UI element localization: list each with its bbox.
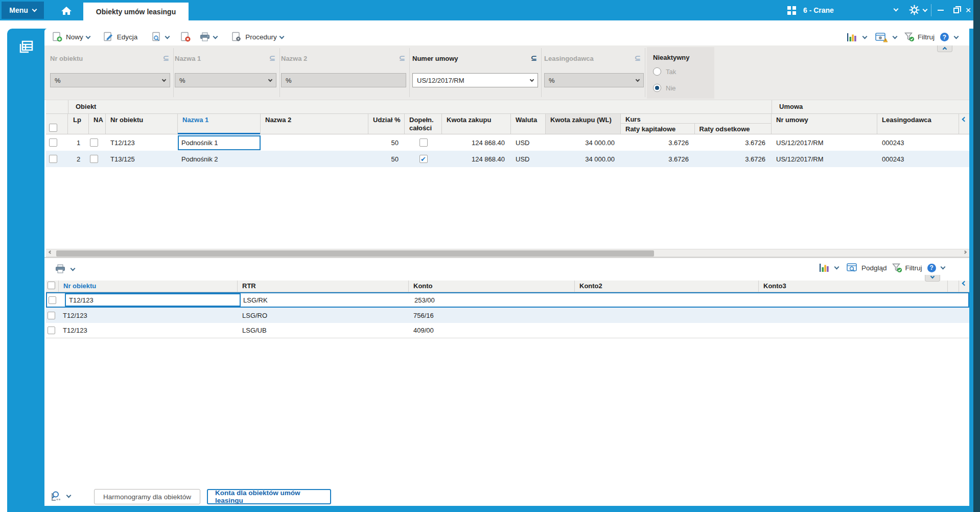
column-header-konto3[interactable]: Konto3 [759,281,948,292]
filter-nr-obiektu-input[interactable]: % [50,73,170,87]
help-icon[interactable]: ? [940,33,949,41]
select-all-checkbox[interactable] [49,124,57,132]
chart-icon[interactable] [847,33,857,42]
collapse-filter-button[interactable] [937,45,952,52]
row-checkbox[interactable] [49,155,57,163]
table-row-selected[interactable]: T12/123 LSG/RK 253/00 [46,292,969,308]
cell-udzial[interactable]: 50 [368,139,405,147]
cell-raty-kap[interactable]: 3.6726 [621,155,695,163]
chevron-down-icon[interactable] [834,265,839,270]
chevron-down-icon[interactable] [862,34,868,39]
sidebar-list-icon[interactable] [16,38,35,58]
cell-nr-umowy[interactable]: US/12/2017/RM [772,155,877,163]
na-checkbox[interactable] [90,155,98,163]
expand-panel-button[interactable] [925,275,940,282]
scrollbar-thumb[interactable] [56,250,654,257]
table-row[interactable]: T12/123 LSG/UB 409/00 [46,323,969,338]
table-row[interactable]: T12/123 LSG/RO 756/16 [46,308,969,323]
search-document-button[interactable] [148,30,173,44]
column-header-waluta[interactable]: Waluta [511,114,546,134]
column-header-leasingodawca[interactable]: Leasingodawca [877,114,959,134]
select-all-checkbox[interactable] [48,282,55,289]
filter-button[interactable]: Filtruj [892,263,922,273]
minimize-button[interactable] [934,0,947,20]
company-chevron-icon[interactable] [894,7,899,12]
app-grid-icon[interactable] [787,6,796,15]
cell-waluta[interactable]: USD [511,155,546,163]
tab-konta-active[interactable]: Konta dla obiektów umów leasingu [207,489,331,504]
chevron-down-icon[interactable] [85,34,90,39]
subset-operator-icon[interactable]: ⊆ [530,54,537,63]
scroll-right-button[interactable] [961,249,969,257]
scroll-left-button[interactable] [46,249,55,257]
print-button[interactable] [196,31,221,43]
cell-nr-umowy[interactable]: US/12/2017/RM [772,139,877,147]
chart-icon[interactable] [819,263,830,272]
chevron-down-icon[interactable] [165,34,170,39]
column-header-raty-odsetkowe[interactable]: Raty odsetkowe [695,124,771,134]
radio-nie[interactable]: Nie [653,84,676,92]
chevron-down-icon[interactable] [940,265,945,270]
column-header-kwota-zakupu[interactable]: Kwota zakupu [442,114,511,134]
collapse-columns-button[interactable] [959,281,969,292]
cell-nr-obiektu[interactable]: T12/123 [59,312,238,319]
cell-kwota-zakupu[interactable]: 124 868.40 [442,139,511,147]
chevron-down-icon[interactable] [213,34,218,39]
cell-rtr[interactable]: LSG/RO [238,312,409,319]
column-header-nazwa1[interactable]: Nazwa 1 [178,114,261,134]
cell-raty-ods[interactable]: 3.6726 [695,155,772,163]
chevron-down-icon[interactable] [279,34,284,39]
cell-waluta[interactable]: USD [511,139,546,147]
column-header-konto[interactable]: Konto [409,281,575,292]
cell-rtr[interactable]: LSG/UB [238,327,409,334]
subset-operator-icon[interactable]: ⊆ [269,54,275,63]
table-row[interactable]: 2 T13/125 Podnośnik 2 50 ✔ 124 868.40 US… [46,151,969,167]
cell-nazwa1[interactable]: Podnośnik 2 [178,155,261,163]
dopeln-checkbox[interactable] [419,138,428,147]
column-header-kurs[interactable]: Kurs [621,114,771,124]
pane-splitter[interactable] [44,257,969,258]
cell-nr-obiektu[interactable]: T12/123 [106,139,178,147]
subset-operator-icon[interactable]: ⊆ [399,54,405,63]
row-checkbox[interactable] [49,138,57,147]
column-header-rtr[interactable]: RTR [238,281,409,292]
horizontal-scrollbar[interactable] [46,249,969,257]
column-header-lp[interactable]: Lp [68,114,89,134]
cell-kwota-wl[interactable]: 34 000.00 [546,155,621,163]
settings-button[interactable] [909,5,927,15]
edit-button[interactable]: Edycja [100,30,142,44]
home-button[interactable] [56,3,77,18]
row-checkbox[interactable] [48,312,55,319]
locator-magnifier-icon[interactable] [50,490,62,502]
column-header-udzial[interactable]: Udział % [368,114,405,134]
preview-button[interactable]: Podgląd [847,263,887,273]
cell-nr-obiektu[interactable]: T12/123 [59,327,238,334]
column-header-kwota-wl[interactable]: Kwota zakupu (WL) [546,114,621,134]
table-row[interactable]: 1 T12/123 Podnośnik 1 50 124 868.40 USD … [46,134,969,151]
new-button[interactable]: Nowy [49,30,94,44]
cell-nr-obiektu[interactable]: T13/125 [106,155,178,163]
subset-operator-icon[interactable]: ⊆ [162,54,169,63]
restore-button[interactable] [949,0,963,20]
collapse-columns-button[interactable] [959,114,969,134]
column-header-dopeln[interactable]: Dopełn. całości [405,114,442,134]
organizer-settings-icon[interactable] [875,32,888,42]
na-checkbox[interactable] [90,138,98,147]
cell-kwota-zakupu[interactable]: 124 868.40 [442,155,511,163]
tab-obiekty-umow-leasingu[interactable]: Obiekty umów leasingu [83,3,189,20]
procedures-button[interactable]: Procedury [228,30,287,44]
subset-operator-icon[interactable]: ⊆ [634,54,641,63]
chevron-down-icon[interactable] [66,493,72,498]
filter-leasingodawca-input[interactable]: % [544,73,644,87]
column-header-na[interactable]: NA [89,114,106,134]
column-header-raty-kapitalowe[interactable]: Raty kapitałowe [621,124,695,134]
column-header-nr-obiektu[interactable]: Nr obiektu [106,114,178,134]
help-icon[interactable]: ? [927,264,936,272]
filter-numer-umowy-input[interactable]: US/12/2017/RM [412,73,538,87]
chevron-down-icon[interactable] [893,34,898,39]
cell-nr-obiektu-editing[interactable]: T12/123 [60,293,239,307]
cell-leasingodawca[interactable]: 000243 [877,139,959,147]
printer-icon[interactable] [55,264,66,274]
cell-udzial[interactable]: 50 [368,155,405,163]
chevron-down-icon[interactable] [71,266,76,271]
